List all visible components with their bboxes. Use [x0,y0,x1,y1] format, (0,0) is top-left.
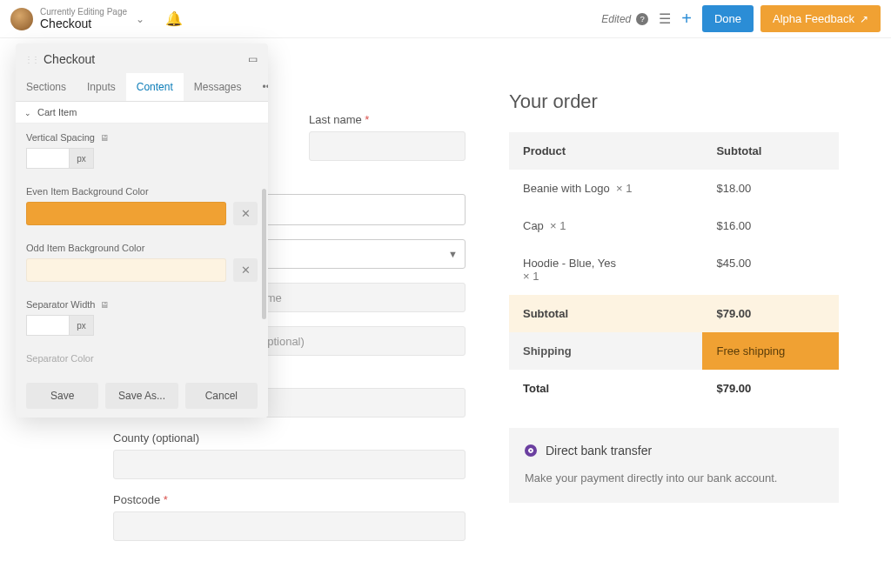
cancel-button[interactable]: Cancel [185,383,258,409]
tab-more-icon[interactable]: ••• [251,73,268,101]
postcode-input[interactable] [113,511,466,541]
edited-status: Edited [601,13,631,25]
done-button[interactable]: Done [702,5,754,32]
panel-title: Checkout [44,52,248,66]
panel-header[interactable]: ⋮⋮ Checkout ▭ [16,43,268,73]
label-separator-color: Separator Color [26,353,258,364]
page-context[interactable]: Currently Editing Page Checkout [40,8,127,30]
tab-content[interactable]: Content [126,73,184,101]
alpha-feedback-button[interactable]: Alpha Feedback ↗ [760,5,881,32]
clear-odd-color[interactable]: ✕ [233,258,258,282]
chevron-down-icon: ⌄ [24,109,31,117]
drag-handle-icon[interactable]: ⋮⋮ [24,55,38,64]
payment-description: Make your payment directly into our bank… [525,470,823,487]
radio-selected-icon [525,444,537,457]
postcode-label: Postcode * [113,493,466,506]
panel-tabs: Sections Inputs Content Messages ••• [16,73,268,102]
panel-footer: Save Save As... Cancel [16,374,268,418]
responsive-toggle-icon[interactable]: ▭ [248,53,258,65]
editing-label: Currently Editing Page [40,8,127,17]
alpha-feedback-label: Alpha Feedback [773,12,854,25]
payment-option-bank[interactable]: Direct bank transfer [525,444,823,458]
tab-messages[interactable]: Messages [184,73,252,101]
even-bg-color-swatch[interactable] [26,202,226,225]
page-title: Checkout [40,17,127,30]
order-summary: Your order Product Subtotal Beanie with … [509,90,839,555]
topbar: Currently Editing Page Checkout ⌄ 🔔 Edit… [0,0,891,38]
unit-label: px [70,315,94,336]
clear-even-color[interactable]: ✕ [233,202,258,225]
table-row: Beanie with Logo × 1 $18.00 [509,170,839,207]
vertical-spacing-input[interactable] [26,148,70,169]
payment-label: Direct bank transfer [546,444,652,458]
chevron-down-icon[interactable]: ⌄ [136,13,144,25]
order-table: Product Subtotal Beanie with Logo × 1 $1… [509,132,839,407]
save-as-button[interactable]: Save As... [105,383,178,409]
table-row: Hoodie - Blue, Yes× 1 $45.00 [509,244,839,295]
panel-body: ⌄ Cart Item Vertical Spacing 🖥 px Even I… [16,102,268,374]
label-vertical-spacing: Vertical Spacing 🖥 [26,132,258,143]
notifications-icon[interactable]: 🔔 [165,10,183,27]
tab-inputs[interactable]: Inputs [77,73,126,101]
col-subtotal: Subtotal [702,132,839,170]
last-name-input[interactable] [309,131,466,161]
responsive-icon[interactable]: 🖥 [100,300,109,310]
scrollbar[interactable] [262,189,266,319]
external-link-icon: ↗ [860,13,868,25]
last-name-label: Last name * [309,113,466,126]
separator-width-input[interactable] [26,315,70,336]
app-logo [10,8,33,30]
responsive-icon[interactable]: 🖥 [100,133,109,143]
save-button[interactable]: Save [26,383,98,409]
subtotal-row: Subtotal $79.00 [509,295,839,332]
outline-icon[interactable]: ☰ [659,10,671,27]
table-row: Cap × 1 $16.00 [509,207,839,244]
shipping-row: Shipping Free shipping [509,332,839,370]
county-input[interactable] [113,450,466,479]
odd-bg-color-swatch[interactable] [26,258,226,282]
payment-methods: Direct bank transfer Make your payment d… [509,428,839,503]
add-module-icon[interactable]: + [681,9,692,29]
label-even-bg: Even Item Background Color [26,186,258,197]
order-title: Your order [509,90,839,113]
county-label: County (optional) [113,431,466,444]
unit-label: px [70,148,94,169]
col-product: Product [509,132,702,170]
tab-sections[interactable]: Sections [16,73,77,101]
total-row: Total $79.00 [509,370,839,407]
help-icon[interactable]: ? [636,13,648,25]
accordion-cart-item[interactable]: ⌄ Cart Item [16,102,268,124]
label-separator-width: Separator Width 🖥 [26,299,258,310]
settings-panel: ⋮⋮ Checkout ▭ Sections Inputs Content Me… [16,43,268,418]
label-odd-bg: Odd Item Background Color [26,243,258,253]
